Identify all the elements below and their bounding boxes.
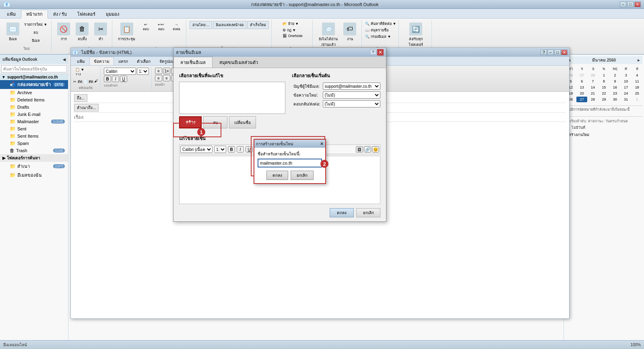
- archive-folder[interactable]: 📁 Archive: [0, 89, 68, 96]
- sig-face-btn[interactable]: 😊: [372, 146, 379, 153]
- cal-day-today[interactable]: 27: [576, 97, 587, 102]
- sig-delete-btn[interactable]: ลบ: [203, 116, 227, 128]
- cal-day[interactable]: 4: [632, 72, 642, 78]
- sentitems-folder[interactable]: 📁 Sent Items: [0, 132, 68, 140]
- search-folders-header[interactable]: ▶ โฟลเดอร์การค้นหา: [0, 154, 68, 162]
- sub-ok-btn[interactable]: ตกลง: [266, 171, 288, 180]
- bold-button[interactable]: B: [104, 76, 111, 82]
- new-email-button[interactable]: ✉️ อีเมล: [4, 21, 22, 43]
- minimize-button[interactable]: −: [620, 2, 626, 7]
- font-name-select[interactable]: Calibri: [104, 68, 136, 75]
- deleted-folder[interactable]: 📁 Deleted Items: [0, 96, 68, 103]
- underline-button[interactable]: U: [120, 76, 127, 82]
- cal-day[interactable]: 15: [599, 85, 609, 90]
- new-task-btn[interactable]: + สร้างงานใหม่: [566, 132, 642, 138]
- to-button[interactable]: ถึง...: [74, 94, 87, 102]
- paste-button[interactable]: 📋 ▼วาง: [73, 66, 98, 78]
- cal-day[interactable]: 23: [610, 91, 620, 96]
- cal-day[interactable]: 8: [599, 78, 609, 84]
- align-left-button[interactable]: ≡: [155, 75, 162, 81]
- compose-close-btn[interactable]: ✕: [561, 50, 568, 55]
- cal-day[interactable]: 30: [610, 97, 620, 102]
- sig-img-btn[interactable]: 🖼: [356, 146, 363, 153]
- sig-dialog-close-btn[interactable]: ✕: [377, 49, 384, 56]
- bullets-button[interactable]: ≡: [155, 68, 162, 74]
- move-button[interactable]: 📂 ย้าย ▼: [283, 21, 299, 27]
- font-size-select[interactable]: 11: [137, 68, 149, 75]
- sig-font-name[interactable]: Calibri (เนื้อความ): [180, 146, 213, 153]
- junk-folder[interactable]: 📁 Junk E-mail: [0, 111, 68, 118]
- tab-view[interactable]: มุมมอง: [101, 9, 124, 18]
- forward-button[interactable]: ↩ตอบ: [138, 21, 153, 33]
- formatpaint-button[interactable]: 🖌: [94, 79, 98, 85]
- italic-button[interactable]: I: [112, 76, 119, 82]
- cal-next[interactable]: ►: [637, 58, 641, 62]
- copy-button[interactable]: 📄 คัด: [83, 79, 94, 85]
- tab-home[interactable]: หน้าแรก: [21, 10, 48, 19]
- quickstep-item[interactable]: อ่านโดย:...: [190, 21, 212, 29]
- restore-button[interactable]: □: [627, 2, 634, 7]
- cal-day[interactable]: 28: [588, 72, 598, 78]
- categorize-button[interactable]: 🏷 งาน: [341, 21, 359, 43]
- sig-ok-btn[interactable]: ตกลง: [330, 208, 354, 217]
- sig-help-btn[interactable]: ?: [370, 49, 376, 55]
- compose-minimize-btn[interactable]: −: [547, 50, 554, 55]
- cal-day[interactable]: 7: [588, 78, 598, 84]
- sidebar-search[interactable]: [1, 65, 67, 72]
- sig-bold-btn[interactable]: B: [228, 146, 235, 153]
- unread-button[interactable]: 📨 ยังไม่ได้อ่าน/อ่านแล้ว: [316, 21, 340, 49]
- search-button[interactable]: 🔍 ค้นหาที่ติดต่อ ▼: [365, 21, 396, 27]
- ignore-button[interactable]: 🚫 การ: [55, 21, 72, 43]
- compose-tab-message[interactable]: ข้อความ: [89, 57, 114, 65]
- cut-button[interactable]: ✂ ตัด: [73, 79, 83, 85]
- fwd-button[interactable]: →ส่งต่อ: [169, 21, 184, 33]
- spam-folder[interactable]: 📁 Spam: [0, 140, 68, 147]
- mailmaster-folder[interactable]: 📁 Mailmaster (1318): [0, 118, 68, 125]
- sig-link-btn[interactable]: 🔗: [364, 146, 371, 153]
- email-account-select[interactable]: support@mailmaster.co.th: [323, 83, 380, 90]
- compose-tab-options[interactable]: ตัวเลือก: [132, 57, 155, 65]
- compose-help-btn[interactable]: ?: [541, 50, 547, 55]
- sig-cancel-btn[interactable]: ยกเลิก: [356, 208, 380, 217]
- numbering-button[interactable]: 1≡: [163, 68, 170, 74]
- tab-sendreceive[interactable]: ส่ง / รับ: [48, 9, 72, 18]
- cal-day[interactable]: 29: [599, 97, 609, 102]
- new-delete-button[interactable]: ลบ: [23, 29, 49, 36]
- onenote-button[interactable]: 📓 OneNote: [283, 34, 303, 38]
- cal-day[interactable]: 6: [576, 78, 587, 84]
- cal-day[interactable]: 13: [576, 85, 587, 90]
- cal-day[interactable]: 3: [621, 72, 631, 78]
- sig-font-size[interactable]: 11: [214, 146, 226, 153]
- cal-day[interactable]: 14: [588, 85, 598, 90]
- address-book-button[interactable]: 📖 สมุดรายชื่อ: [365, 27, 396, 33]
- cal-day[interactable]: 18: [632, 85, 642, 90]
- cal-day[interactable]: 24: [621, 91, 631, 96]
- cal-day[interactable]: 9: [610, 78, 620, 84]
- cal-day[interactable]: 10: [621, 78, 631, 84]
- sent-folder[interactable]: 📁 Sent: [0, 125, 68, 132]
- tab-file[interactable]: แฟ้ม: [2, 9, 21, 18]
- sig-tab-email[interactable]: ลายเซ็นอีเมล: [173, 57, 213, 68]
- cal-day[interactable]: 27: [576, 72, 587, 78]
- cal-day[interactable]: 28: [588, 97, 598, 102]
- cal-day[interactable]: 1: [599, 72, 609, 78]
- cal-day[interactable]: 1: [632, 97, 642, 102]
- sig-rename-btn[interactable]: เปลี่ยนชื่อ: [229, 116, 256, 128]
- respond-button[interactable]: 📋 การประชุม: [116, 21, 138, 43]
- cal-day[interactable]: 11: [632, 78, 642, 84]
- quickstep-moveto[interactable]: อีเมลแสดงหน้าจอ: [213, 21, 246, 29]
- new-msg-select[interactable]: (ไม่มี): [323, 91, 380, 99]
- cal-day[interactable]: 31: [621, 97, 631, 102]
- sub-dialog-input[interactable]: [258, 159, 322, 167]
- tab-folder[interactable]: โฟลเดอร์: [72, 9, 101, 18]
- close-button[interactable]: ✕: [634, 2, 641, 7]
- filter-button[interactable]: 🔍 กรองอีเมล ▼: [365, 34, 396, 39]
- rules-button[interactable]: ⚙ กฎ ▼: [283, 27, 296, 33]
- sig-italic-btn[interactable]: I: [237, 146, 244, 153]
- account-item[interactable]: ▼ support@mailmaster.co.th: [0, 74, 68, 80]
- sig-create-btn[interactable]: สร้าง: [179, 116, 202, 128]
- replies-select[interactable]: (ไม่มี): [323, 100, 380, 107]
- compose-tab-file[interactable]: แฟ้ม: [72, 57, 89, 65]
- compose-tab-insert[interactable]: แทรก: [114, 57, 132, 65]
- align-center-button[interactable]: ≡: [163, 75, 170, 81]
